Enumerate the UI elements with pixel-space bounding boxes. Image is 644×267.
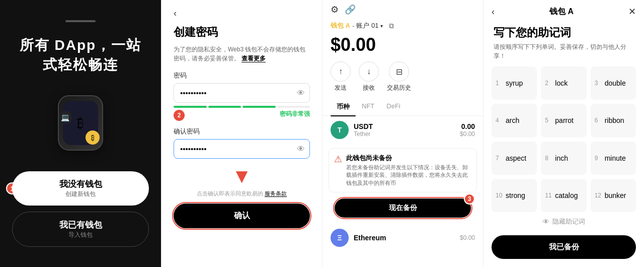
strength-seg-3 — [243, 106, 276, 108]
wallet-header: 钱包 A - 账户 01 ▾ ⧉ — [323, 15, 483, 34]
usdt-icon: T — [331, 121, 349, 139]
mnemonic-close-button[interactable]: ✕ — [628, 6, 636, 17]
backup-now-button[interactable]: 现在备份 3 — [335, 198, 471, 218]
tab-tokens[interactable]: 币种 — [331, 98, 356, 115]
eye-icon: 👁 — [542, 218, 549, 226]
eth-usd: $0.00 — [460, 234, 475, 241]
mnemonic-word-item: 11catalog — [541, 179, 586, 212]
strength-seg-1 — [174, 106, 207, 108]
panel-create-password: ‹ 创建密码 为了您的隐私安全，Web3 钱包不会存储您的钱包密码，请务必妥善保… — [161, 0, 322, 267]
confirm-password-label: 确认密码 — [174, 127, 310, 136]
no-wallet-label: 我没有钱包 — [19, 178, 142, 190]
password-eye-icon[interactable]: 👁 — [297, 89, 305, 98]
panel-mnemonic: ‹ 钱包 A ✕ 写下您的助记词 请按顺序写下下列单词。妥善保存，切勿与他人分享… — [483, 0, 644, 267]
back-button[interactable]: ‹ — [174, 8, 310, 19]
eth-info: Ethereum — [354, 234, 455, 242]
has-wallet-button[interactable]: 我已有钱包 导入钱包 — [12, 212, 149, 247]
backed-up-button[interactable]: 我已备份 — [492, 235, 636, 259]
backup-warning: ⚠ 此钱包尚未备份 若您未备份助记词并发生以下情况：设备丢失、卸载插件重新安装、… — [329, 148, 477, 192]
eth-amount: $0.00 — [460, 234, 475, 241]
tab-nft[interactable]: NFT — [356, 98, 380, 115]
mnemonic-word-item: 10strong — [492, 179, 537, 212]
mnemonic-word-item: 4arch — [492, 104, 537, 137]
token-eth-item[interactable]: Ξ Ethereum $0.00 — [323, 224, 483, 252]
wallet-separator: - — [352, 22, 354, 30]
mnemonic-word-item: 6ribbon — [591, 104, 636, 137]
terms-link[interactable]: 服务条款 — [265, 190, 287, 197]
eth-name: Ethereum — [354, 234, 455, 242]
wallet-actions: ↑ 发送 ↓ 接收 ⊟ 交易历史 — [323, 61, 483, 98]
mnemonic-title: 写下您的助记词 — [484, 21, 644, 42]
strength-seg-2 — [208, 106, 242, 108]
strength-seg-4 — [277, 106, 310, 108]
token-usdt-item[interactable]: T USDT Tether 0.00 $0.00 — [323, 116, 483, 144]
warning-desc: 若您未备份助记词并发生以下情况：设备丢失、卸载插件重新安装、清除插件数据，您将永… — [346, 164, 471, 187]
warning-icon: ⚠ — [334, 154, 342, 187]
send-label: 发送 — [335, 84, 347, 92]
token-list: T USDT Tether 0.00 $0.00 ⚠ 此钱包尚未备份 若您未备份… — [323, 116, 483, 267]
create-password-desc: 为了您的隐私安全，Web3 钱包不会存储您的钱包密码，请务必妥善保管。 查看更多 — [174, 45, 310, 63]
usdt-value: 0.00 — [460, 122, 475, 130]
strength-text: 密码非常强 — [280, 110, 310, 121]
mnemonic-word-item: 5parrot — [541, 104, 586, 137]
has-wallet-label: 我已有钱包 — [20, 219, 141, 231]
receive-action[interactable]: ↓ 接收 — [359, 61, 379, 92]
send-action[interactable]: ↑ 发送 — [331, 61, 351, 92]
confirm-password-input[interactable] — [174, 139, 310, 159]
step2-badge: 2 — [174, 110, 185, 121]
usdt-name: USDT — [354, 122, 455, 130]
tab-defi[interactable]: DeFi — [380, 98, 406, 115]
usdt-amount: 0.00 $0.00 — [460, 122, 475, 138]
device-icon: 💻 — [59, 111, 71, 123]
warning-title: 此钱包尚未备份 — [346, 154, 471, 163]
hide-label: 隐藏助记词 — [552, 217, 585, 226]
history-label: 交易历史 — [387, 84, 411, 92]
receive-icon: ↓ — [359, 61, 379, 82]
receive-label: 接收 — [363, 84, 375, 92]
panel-welcome: 所有 DApp，一站 式轻松畅连 ₿ 💻 ₿ 1 我没有钱包 创建新钱包 我已有… — [0, 0, 161, 267]
usdt-usd: $0.00 — [460, 130, 475, 138]
mnemonic-word-item: 2lock — [541, 66, 586, 100]
mnemonic-word-item: 9minute — [591, 142, 636, 175]
confirm-eye-icon[interactable]: 👁 — [297, 145, 305, 154]
strength-bar — [174, 106, 310, 108]
password-input[interactable] — [174, 83, 310, 103]
usdt-fullname: Tether — [354, 130, 455, 138]
warning-content: 此钱包尚未备份 若您未备份助记词并发生以下情况：设备丢失、卸载插件重新安装、清除… — [346, 154, 471, 187]
password-input-wrap: 👁 — [174, 83, 310, 103]
step3-badge: 3 — [464, 193, 475, 205]
mnemonic-word-item: 12bunker — [591, 179, 636, 212]
wallet-balance: $0.00 — [323, 34, 483, 61]
wallet-top-bar: ⚙ 🔗 — [323, 0, 483, 15]
mnemonic-grid: 1syrup2lock3double4arch5parrot6ribbon7as… — [484, 66, 644, 212]
mnemonic-desc: 请按顺序写下下列单词。妥善保存，切勿与他人分享！ — [484, 42, 644, 66]
watch-illustration: ₿ 💻 ₿ — [40, 88, 121, 158]
arrow-down-indicator: ▼ — [174, 166, 310, 186]
usdt-info: USDT Tether — [354, 122, 455, 138]
mnemonic-word-item: 1syrup — [492, 66, 537, 100]
has-wallet-sublabel: 导入钱包 — [20, 231, 141, 239]
mnemonic-word-item: 7aspect — [492, 142, 537, 175]
link-icon[interactable]: 🔗 — [345, 4, 356, 15]
learn-more-link[interactable]: 查看更多 — [242, 55, 266, 62]
mnemonic-header: ‹ 钱包 A ✕ — [484, 0, 644, 21]
confirm-button[interactable]: 确认 — [174, 204, 310, 228]
hide-mnemonic-button[interactable]: 👁 隐藏助记词 — [484, 212, 644, 231]
bitcoin-icon: ₿ — [86, 130, 100, 145]
top-line-decoration — [65, 20, 96, 22]
history-icon: ⊟ — [389, 61, 409, 82]
confirm-password-input-wrap: 👁 — [174, 139, 310, 159]
copy-icon[interactable]: ⧉ — [389, 22, 394, 30]
no-wallet-button[interactable]: 我没有钱包 创建新钱包 — [12, 171, 149, 206]
welcome-title: 所有 DApp，一站 式轻松畅连 — [20, 35, 141, 75]
chevron-down-icon[interactable]: ▾ — [380, 23, 383, 29]
mnemonic-word-item: 3double — [591, 66, 636, 100]
terms-text: 点击确认即表示同意欧易的 服务条款 — [174, 190, 310, 197]
create-password-title: 创建密码 — [174, 25, 310, 40]
gear-icon[interactable]: ⚙ — [331, 4, 339, 15]
send-icon: ↑ — [331, 61, 351, 82]
history-action[interactable]: ⊟ 交易历史 — [387, 61, 411, 92]
wallet-name: 钱包 A — [331, 21, 350, 30]
strength-label-wrap: 2 密码非常强 — [174, 110, 310, 121]
wallet-tabs: 币种 NFT DeFi — [323, 98, 483, 116]
